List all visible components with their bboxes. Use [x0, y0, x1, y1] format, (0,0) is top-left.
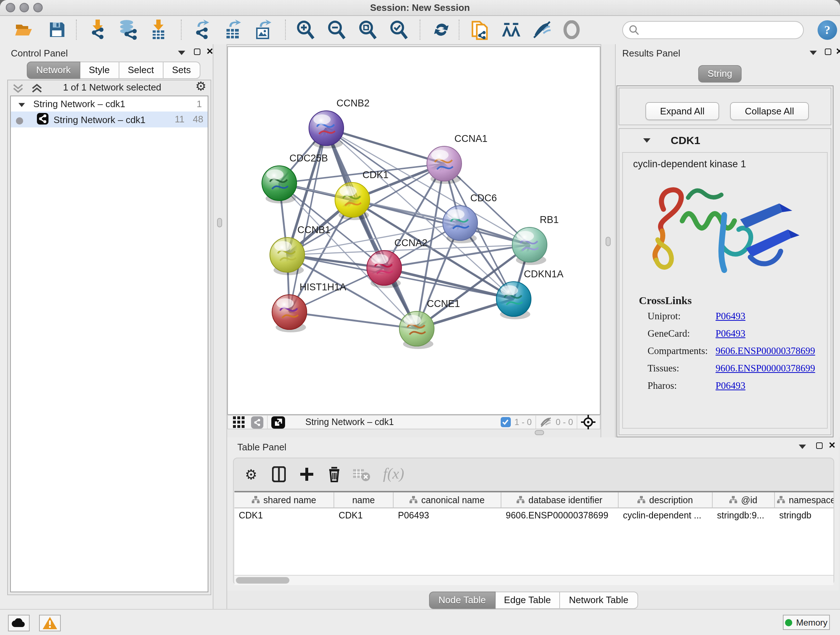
export-network-icon[interactable] — [193, 17, 213, 42]
panel-float-icon[interactable] — [825, 49, 831, 55]
scrollbar-thumb[interactable] — [236, 577, 289, 584]
column-header-description[interactable]: description — [619, 492, 713, 508]
table-horizontal-scrollbar[interactable] — [234, 575, 834, 585]
table-cell[interactable]: stringdb:9... — [713, 508, 775, 523]
node-CCNE1[interactable]: CCNE1 — [399, 298, 460, 349]
create-column-icon[interactable] — [297, 465, 316, 484]
table-cell[interactable]: stringdb — [775, 508, 834, 523]
tab-select[interactable]: Select — [119, 62, 163, 79]
control-panel-title: Control Panel — [11, 48, 68, 59]
export-image-icon[interactable] — [253, 17, 273, 42]
right-splitter-handle[interactable] — [606, 237, 611, 246]
zoom-selected-icon[interactable] — [388, 17, 409, 42]
import-network-from-file-icon[interactable] — [88, 17, 108, 42]
network-view-title: String Network – cdk1 — [305, 417, 394, 427]
zoom-in-icon[interactable] — [295, 17, 316, 42]
tab-edge-table[interactable]: Edge Table — [495, 592, 561, 609]
table-cell[interactable]: 9606.ENSP00000378699 — [501, 508, 619, 523]
zoom-out-icon[interactable] — [326, 17, 347, 42]
edge-CCNB2-CCNE1[interactable] — [326, 128, 417, 329]
section-collapse-icon[interactable] — [643, 138, 651, 143]
collapse-all-chevrons-icon[interactable] — [11, 82, 48, 94]
edge-CCNE1-HIST1H1A[interactable] — [289, 312, 417, 329]
tab-network[interactable]: Network — [27, 62, 80, 79]
column-header-canonicalname[interactable]: canonical name — [393, 492, 501, 508]
selected-checkbox-icon[interactable] — [501, 417, 511, 427]
import-table-from-file-icon[interactable] — [148, 17, 169, 42]
network-options-gear-icon[interactable]: ⚙ — [195, 79, 207, 94]
cloud-button[interactable] — [8, 615, 30, 631]
hidden-count: 0 - 0 — [556, 417, 573, 427]
panel-menu-icon[interactable] — [178, 51, 185, 55]
tab-sets[interactable]: Sets — [163, 62, 200, 79]
table-cell[interactable]: cyclin-dependent ... — [619, 508, 713, 523]
separator — [535, 416, 536, 429]
save-session-icon[interactable] — [47, 17, 67, 42]
crosslink-value[interactable]: P06493 — [715, 328, 745, 340]
column-header-databaseidentifier[interactable]: database identifier — [501, 492, 619, 508]
table-cell[interactable]: P06493 — [393, 508, 501, 523]
crosslink-value[interactable]: P06493 — [715, 380, 745, 392]
column-header-sharedname[interactable]: shared name — [234, 492, 334, 508]
tab-string[interactable]: String — [698, 65, 742, 82]
help-button[interactable]: ? — [818, 20, 837, 40]
birdseye-icon[interactable] — [581, 415, 595, 429]
column-header-name[interactable]: name — [334, 492, 393, 508]
delete-column-icon[interactable] — [325, 465, 344, 484]
left-splitter[interactable] — [213, 44, 227, 609]
show-all-icon[interactable] — [561, 17, 582, 42]
network-view-icon[interactable] — [251, 416, 264, 428]
node-RB1[interactable]: RB1 — [512, 214, 559, 265]
left-splitter-handle[interactable] — [217, 218, 222, 227]
delete-table-icon[interactable] — [352, 466, 371, 484]
protein-detail-box: cyclin-dependent kinase 1 CrossLinks — [622, 152, 828, 429]
column-header-id[interactable]: @id — [713, 492, 775, 508]
search-input[interactable] — [622, 21, 804, 39]
zoom-fit-icon[interactable] — [357, 17, 378, 42]
warnings-button[interactable] — [39, 615, 61, 631]
crosslink-value[interactable]: 9606.ENSP00000378699 — [715, 363, 815, 374]
tab-network-table[interactable]: Network Table — [561, 592, 638, 609]
collapse-all-button[interactable]: Collapse All — [730, 102, 809, 120]
network-collection-row[interactable]: String Network – cdk1 1 — [11, 96, 208, 111]
table-gear-icon[interactable]: ⚙ — [242, 465, 261, 484]
panel-menu-icon[interactable] — [810, 51, 817, 55]
table-cell[interactable]: CDK1 — [334, 508, 393, 523]
edge-CCNB2-CCNA1[interactable] — [326, 128, 444, 164]
network-row-selected[interactable]: String Network – cdk1 11 48 — [11, 111, 208, 127]
tab-style[interactable]: Style — [80, 62, 119, 79]
node-CCNB1[interactable]: CCNB1 — [270, 225, 331, 275]
grid-view-icon[interactable] — [233, 416, 245, 428]
crosslink-value[interactable]: 9606.ENSP00000378699 — [715, 345, 815, 357]
expand-all-button[interactable]: Expand All — [645, 102, 719, 120]
hide-selected-icon[interactable] — [532, 17, 553, 42]
clone-network-icon[interactable] — [470, 17, 491, 42]
show-columns-icon[interactable] — [269, 465, 288, 484]
memory-button[interactable]: Memory — [783, 615, 830, 630]
network-graph[interactable]: CCNB2CCNA1CDC25BCDK1CDC6RB1CCNB1CCNA2CDK… — [228, 47, 600, 414]
export-table-icon[interactable] — [223, 17, 243, 42]
table-cell[interactable]: CDK1 — [234, 508, 334, 523]
refresh-icon[interactable] — [431, 17, 452, 42]
import-network-from-database-icon[interactable] — [118, 17, 138, 42]
network-canvas[interactable]: CCNB2CCNA1CDC25BCDK1CDC6RB1CCNB1CCNA2CDK… — [227, 46, 600, 415]
node-CCNB2[interactable]: CCNB2 — [309, 98, 370, 149]
node-HIST1H1A[interactable]: HIST1H1A — [272, 282, 346, 333]
first-neighbors-icon[interactable] — [501, 17, 522, 42]
function-builder-icon[interactable]: f(x) — [379, 463, 408, 484]
panel-close-icon[interactable]: ✕ — [829, 442, 836, 449]
horizontal-splitter-handle[interactable] — [535, 430, 544, 435]
panel-menu-icon[interactable] — [799, 445, 806, 449]
open-session-icon[interactable] — [14, 17, 34, 42]
column-header-namespace[interactable]: namespace — [775, 492, 834, 508]
right-splitter[interactable] — [600, 44, 616, 437]
node-CCNA1[interactable]: CCNA1 — [427, 133, 488, 184]
collection-expand-icon[interactable] — [18, 96, 25, 111]
panel-float-icon[interactable] — [816, 442, 823, 449]
panel-float-icon[interactable] — [194, 49, 201, 55]
node-CDKN1A[interactable]: CDKN1A — [496, 269, 564, 319]
tab-node-table[interactable]: Node Table — [429, 592, 495, 609]
crosslink-value[interactable]: P06493 — [715, 310, 745, 322]
panel-close-icon[interactable]: ✕ — [836, 48, 840, 55]
detach-view-icon[interactable] — [271, 416, 285, 428]
